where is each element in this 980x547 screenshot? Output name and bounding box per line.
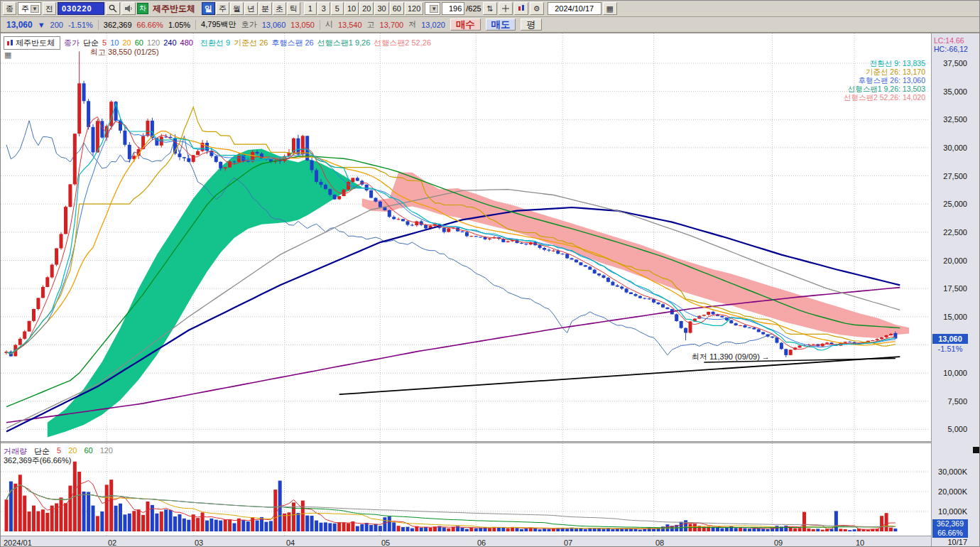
stock-name-label: 제주반도체	[153, 3, 195, 15]
down-arrow-icon: ▼	[38, 21, 45, 29]
interval-combo[interactable]: ▼	[425, 2, 440, 15]
volume-tick-label: 20,000K	[933, 487, 967, 496]
peak-annotation: 최고 38,550 (01/25)	[90, 47, 159, 58]
right-arrow-icon: →	[762, 352, 770, 361]
price-tick-label: 35,000	[933, 87, 967, 96]
chart-legend-row: 제주반도체 종가단순5102060120240480 전환선 9기준선 26후행…	[4, 36, 435, 50]
price-axis-column[interactable]: LC:14.66 HC:-66,12 37,50035,00032,50030,…	[931, 33, 980, 547]
ichimoku-readout-line: 선행스팬2 52,26: 14,020	[844, 93, 925, 102]
ichimoku-readout-line: 후행스팬 26: 13,060	[844, 76, 925, 85]
stock-type-button[interactable]: 종	[3, 2, 16, 15]
avg-button[interactable]: 평	[521, 18, 541, 31]
minute-button-60[interactable]: 60	[390, 2, 404, 15]
sell-button[interactable]: 매도	[486, 18, 516, 31]
price-chart[interactable]	[1, 33, 931, 441]
minute-button-1[interactable]: 1	[304, 2, 317, 15]
period-button-주[interactable]: 주	[216, 2, 229, 15]
volume-value: 362,369	[104, 21, 132, 29]
minute-button-30[interactable]: 30	[374, 2, 388, 15]
volume-chart[interactable]	[1, 443, 931, 536]
trade-amount: 4,795백만	[201, 19, 236, 30]
minute-button-3[interactable]: 3	[317, 2, 330, 15]
minute-button-20[interactable]: 20	[359, 2, 374, 15]
calendar-icon[interactable]: ▦	[603, 2, 617, 15]
divider	[320, 20, 320, 30]
ichimoku-readout-line: 기준선 26: 13,170	[844, 67, 925, 76]
price-tick-label: 30,000	[933, 143, 967, 152]
legend-item: 선행스팬2 52,26	[374, 38, 431, 47]
current-price-badge: 13,060	[932, 334, 968, 344]
legend-item: 전환선 9	[200, 38, 230, 47]
price-tick-label: 27,500	[933, 172, 967, 180]
price-tick-label: 37,500	[933, 59, 967, 67]
x-axis-label: 03	[195, 538, 203, 547]
volume-readout: 362,369주(66.66%)	[4, 455, 71, 466]
high-price: 13,700	[380, 21, 404, 29]
low-label: 저	[408, 19, 416, 30]
grid-menu-icon[interactable]: ▦	[4, 50, 11, 60]
tab-stock-label: 제주반도체	[16, 38, 55, 48]
open-label: 시	[325, 19, 333, 30]
period-button-월[interactable]: 월	[230, 2, 244, 15]
market-combo[interactable]: 주 ▼	[18, 2, 41, 15]
bid-price: 13,050	[290, 21, 315, 29]
period-button-초[interactable]: 초	[273, 2, 286, 15]
volume-tick-label: 30,000K	[933, 467, 967, 476]
price-tick-label: 20,000	[933, 256, 967, 265]
x-axis: 2024/01020304050607080910	[1, 536, 931, 547]
candle-count-input[interactable]: 196	[442, 2, 464, 15]
ask-price: 13,060	[262, 21, 286, 29]
prev-stock-button[interactable]: 전	[43, 2, 56, 15]
period-button-일[interactable]: 일	[202, 2, 215, 15]
plot-area[interactable]: 2024/01020304050607080910 제주반도체 종가단순5102…	[1, 33, 931, 547]
trading-app-window: { "toolbar":{ "btn_stock":"종","combo_mar…	[0, 0, 980, 547]
x-axis-label: 08	[655, 538, 664, 547]
x-axis-label: 02	[108, 538, 116, 547]
minute-button-120[interactable]: 120	[405, 2, 423, 15]
stock-code-input[interactable]: 030220	[58, 2, 104, 15]
period-buttons: 일주월년분초틱	[202, 2, 300, 15]
volume-badge: 362,369	[932, 519, 968, 529]
last-date-label: 10/17	[933, 538, 967, 546]
hc-value: HC:-66,12	[934, 45, 968, 53]
expand-icon[interactable]	[973, 447, 979, 453]
price-change: 200	[50, 21, 63, 29]
minute-buttons: 13510203060120	[304, 2, 423, 15]
current-pct-badge: -1.51%	[932, 345, 968, 353]
ichimoku-readout: 전환선 9: 13,835기준선 26: 13,170후행스팬 26: 13,0…	[844, 59, 925, 102]
market-combo-value: 주	[21, 4, 29, 14]
price-tick-label: 10,000	[933, 369, 967, 377]
chart-type-icon[interactable]: 차	[137, 3, 148, 14]
ichimoku-readout-line: 전환선 9: 13,835	[844, 59, 925, 67]
candle-style-icon[interactable]	[514, 2, 528, 15]
hoga-label: 호가	[241, 19, 257, 30]
minute-button-5[interactable]: 5	[331, 2, 344, 15]
search-icon[interactable]	[106, 2, 120, 15]
date-input[interactable]: 2024/10/17	[548, 2, 601, 15]
period-button-분[interactable]: 분	[258, 2, 272, 15]
price-info-bar: 13,060 ▼ 200 -1.51% 362,369 66.66% 1.05%…	[1, 17, 980, 33]
price-tick-label: 17,500	[933, 284, 967, 293]
trough-annotation: 최저 11,390 (09/09) →	[692, 352, 770, 362]
updown-arrows-icon[interactable]: ⇅	[483, 2, 497, 15]
volume-pct-badge: 66.66%	[932, 529, 968, 538]
period-button-틱[interactable]: 틱	[287, 2, 300, 15]
tab-stock[interactable]: 제주반도체	[4, 36, 60, 50]
buy-button[interactable]: 매수	[450, 18, 481, 31]
volume-tick-label: 10,000K	[933, 507, 967, 516]
price-tick-label: 25,000	[933, 200, 967, 208]
period-button-년[interactable]: 년	[244, 2, 258, 15]
grid-layer	[1, 33, 930, 441]
legend-item: 120	[100, 446, 113, 457]
gear-icon[interactable]: ⚙	[530, 2, 544, 15]
trend-line	[339, 357, 900, 394]
price-tick-label: 5,000	[933, 425, 967, 433]
crosshair-icon[interactable]	[499, 2, 513, 15]
speaker-icon[interactable]	[121, 2, 136, 15]
legend-item: 기준선 26	[234, 38, 268, 47]
minute-button-10[interactable]: 10	[344, 2, 359, 15]
main-toolbar: 종 주 ▼ 전 030220 차 제주반도체 일주월년분초틱 135102030…	[1, 1, 980, 17]
chart-region: 2024/01020304050607080910 제주반도체 종가단순5102…	[1, 33, 980, 547]
chevron-down-icon: ▼	[430, 5, 438, 13]
legend-item: 단순	[83, 38, 99, 47]
